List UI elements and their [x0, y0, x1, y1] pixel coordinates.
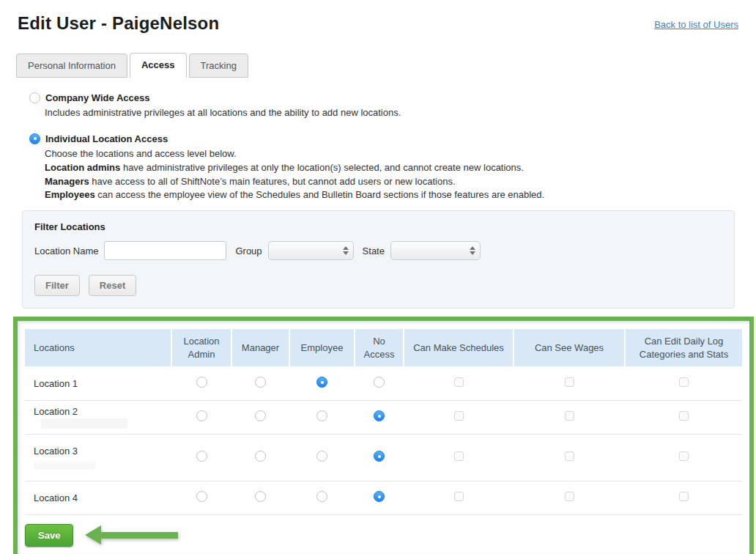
- column-header-can-edit-daily-log: Can Edit Daily Log Categories and Stats: [625, 329, 742, 366]
- individual-location-access-option: Individual Location Access Choose the lo…: [29, 133, 756, 202]
- no-access-radio[interactable]: [374, 451, 385, 462]
- employee-radio[interactable]: [316, 451, 327, 462]
- location-name-cell: Location 1: [25, 366, 171, 400]
- location-name-cell: Location 2: [25, 400, 171, 434]
- table-row: Location 3: [25, 434, 742, 481]
- description-line: Choose the locations and access level be…: [45, 147, 756, 161]
- manager-radio[interactable]: [255, 491, 266, 502]
- description-line: Location admins have administrative priv…: [45, 161, 756, 175]
- table-row: Location 1: [25, 366, 742, 400]
- table-row: Location 4: [25, 481, 742, 514]
- location-admin-radio[interactable]: [196, 491, 207, 502]
- table-header-row: Locations Location Admin Manager Employe…: [25, 329, 742, 366]
- filter-button[interactable]: Filter: [34, 275, 80, 296]
- column-header-location-admin: Location Admin: [171, 329, 231, 366]
- state-select[interactable]: [390, 241, 481, 260]
- filter-buttons-row: Filter Reset: [34, 275, 722, 296]
- group-label: Group: [235, 245, 262, 256]
- stepper-icon: [341, 246, 350, 255]
- reset-button[interactable]: Reset: [89, 275, 136, 296]
- can-edit-daily-log-checkbox[interactable]: [679, 411, 689, 421]
- table-row: Location 2: [25, 400, 742, 434]
- can-see-wages-checkbox[interactable]: [565, 492, 574, 501]
- page-title: Edit User - PaigeNelson: [18, 13, 219, 34]
- description-line: Managers have access to all of ShiftNote…: [45, 175, 756, 189]
- no-access-radio[interactable]: [374, 491, 385, 502]
- company-wide-access-row[interactable]: Company Wide Access: [29, 92, 756, 103]
- tab-personal-information[interactable]: Personal Information: [16, 53, 127, 78]
- filter-locations-panel: Filter Locations Location Name Group Sta…: [22, 210, 735, 309]
- can-edit-daily-log-checkbox[interactable]: [679, 377, 689, 387]
- manager-radio[interactable]: [255, 410, 266, 421]
- tab-tracking[interactable]: Tracking: [189, 53, 248, 78]
- employee-radio[interactable]: [316, 377, 327, 388]
- no-access-radio[interactable]: [374, 410, 385, 421]
- can-make-schedules-checkbox[interactable]: [454, 377, 464, 387]
- location-admin-radio[interactable]: [196, 377, 207, 388]
- can-see-wages-checkbox[interactable]: [565, 451, 574, 461]
- column-header-can-see-wages: Can See Wages: [514, 329, 625, 366]
- highlighted-table-annotation-box: Locations Location Admin Manager Employe…: [13, 317, 754, 554]
- can-see-wages-checkbox[interactable]: [565, 411, 574, 421]
- locations-access-table: Locations Location Admin Manager Employe…: [25, 329, 742, 515]
- individual-location-access-radio[interactable]: [29, 133, 40, 144]
- can-see-wages-checkbox[interactable]: [565, 377, 574, 387]
- individual-location-access-description: Choose the locations and access level be…: [45, 147, 756, 202]
- column-header-locations: Locations: [25, 329, 171, 366]
- can-make-schedules-checkbox[interactable]: [454, 492, 464, 501]
- individual-location-access-label[interactable]: Individual Location Access: [45, 133, 168, 144]
- no-access-radio[interactable]: [374, 377, 385, 388]
- column-header-can-make-schedules: Can Make Schedules: [404, 329, 514, 366]
- redacted-text: [41, 418, 127, 429]
- location-name-cell: Location 4: [25, 481, 171, 514]
- save-button[interactable]: Save: [25, 524, 73, 547]
- back-to-users-link[interactable]: Back to list of Users: [654, 19, 738, 30]
- location-name-label: Location Name: [34, 245, 98, 256]
- column-header-manager: Manager: [231, 329, 289, 366]
- employee-radio[interactable]: [316, 491, 327, 502]
- filter-fields-row: Location Name Group State: [34, 241, 722, 260]
- location-name-input[interactable]: [104, 241, 226, 260]
- can-make-schedules-checkbox[interactable]: [454, 411, 464, 421]
- column-header-no-access: No Access: [355, 329, 404, 366]
- manager-radio[interactable]: [255, 451, 266, 462]
- can-edit-daily-log-checkbox[interactable]: [679, 492, 689, 501]
- tab-access[interactable]: Access: [130, 53, 187, 78]
- page-header: Edit User - PaigeNelson Back to list of …: [0, 0, 756, 34]
- company-wide-access-radio[interactable]: [29, 92, 40, 103]
- state-label: State: [363, 245, 385, 256]
- location-admin-radio[interactable]: [196, 451, 207, 462]
- group-select[interactable]: [268, 241, 354, 260]
- location-name-cell: Location 3: [25, 434, 171, 481]
- stepper-icon: [468, 246, 477, 255]
- can-make-schedules-checkbox[interactable]: [454, 451, 464, 461]
- employee-radio[interactable]: [316, 410, 327, 421]
- left-arrow-icon: [85, 525, 178, 544]
- manager-radio[interactable]: [255, 377, 266, 388]
- company-wide-access-label[interactable]: Company Wide Access: [45, 92, 149, 103]
- can-edit-daily-log-checkbox[interactable]: [679, 451, 689, 461]
- location-admin-radio[interactable]: [196, 410, 207, 421]
- company-wide-access-description: Includes administrative privileges at al…: [45, 106, 756, 120]
- company-wide-access-option: Company Wide Access Includes administrat…: [29, 92, 756, 120]
- tab-bar: Personal Information Access Tracking: [16, 53, 756, 78]
- access-options-section: Company Wide Access Includes administrat…: [29, 92, 756, 202]
- column-header-employee: Employee: [289, 329, 355, 366]
- filter-locations-title: Filter Locations: [34, 221, 722, 232]
- save-row: Save: [25, 524, 742, 547]
- redacted-text: [34, 461, 95, 470]
- description-line: Employees can access the employee view o…: [45, 188, 756, 202]
- individual-location-access-row[interactable]: Individual Location Access: [29, 133, 756, 144]
